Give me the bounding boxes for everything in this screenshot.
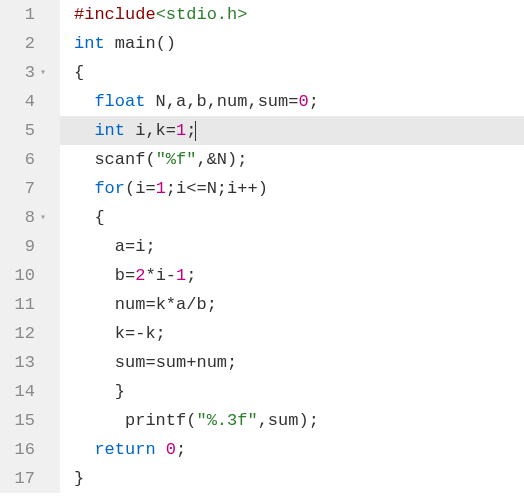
token: * xyxy=(145,266,155,285)
token: <= xyxy=(186,179,206,198)
line-number: 7 xyxy=(25,174,35,203)
fold-toggle-icon[interactable]: ▾ xyxy=(38,58,46,87)
line-number: 8 xyxy=(25,203,35,232)
token: + xyxy=(186,353,196,372)
token: k; xyxy=(145,324,165,343)
token: scanf xyxy=(94,150,145,169)
line-number: 2 xyxy=(25,29,35,58)
token: ;i xyxy=(166,179,186,198)
token: N;i xyxy=(207,179,238,198)
code-line[interactable]: 8▾ { xyxy=(0,203,524,232)
token: * xyxy=(166,295,176,314)
token: 0 xyxy=(166,440,176,459)
code-line[interactable]: 3▾{ xyxy=(0,58,524,87)
code-line[interactable]: 16 return 0; xyxy=(0,435,524,464)
token: ,sum); xyxy=(258,411,319,430)
token: ) xyxy=(258,179,268,198)
line-number: 6 xyxy=(25,145,35,174)
code-content[interactable]: return 0; xyxy=(60,435,524,464)
token: N,a,b,num,sum xyxy=(145,92,288,111)
code-content[interactable]: } xyxy=(60,377,524,406)
code-line[interactable]: 14 } xyxy=(0,377,524,406)
gutter: 3▾ xyxy=(0,58,60,87)
token: <stdio.h> xyxy=(156,5,248,24)
token: #include xyxy=(74,5,156,24)
code-line[interactable]: 15 printf("%.3f",sum); xyxy=(0,406,524,435)
gutter: 4 xyxy=(0,87,60,116)
token: return xyxy=(94,440,155,459)
token: printf xyxy=(125,411,186,430)
line-number: 16 xyxy=(15,435,35,464)
token: / xyxy=(186,295,196,314)
code-line[interactable]: 9 a=i; xyxy=(0,232,524,261)
token: ( xyxy=(145,150,155,169)
gutter: 7 xyxy=(0,174,60,203)
token: "%.3f" xyxy=(196,411,257,430)
code-content[interactable]: int main() xyxy=(60,29,524,58)
token: k xyxy=(156,295,166,314)
token: = xyxy=(125,266,135,285)
token: 2 xyxy=(135,266,145,285)
gutter: 6 xyxy=(0,145,60,174)
token: k xyxy=(115,324,125,343)
gutter: 16 xyxy=(0,435,60,464)
gutter: 10 xyxy=(0,261,60,290)
token: i,k xyxy=(125,121,166,140)
token: () xyxy=(156,34,176,53)
token: a xyxy=(176,295,186,314)
code-content[interactable]: b=2*i-1; xyxy=(60,261,524,290)
code-line[interactable]: 17} xyxy=(0,464,524,493)
code-content[interactable]: #include<stdio.h> xyxy=(60,0,524,29)
code-content[interactable]: float N,a,b,num,sum=0; xyxy=(60,87,524,116)
token: int xyxy=(94,121,125,140)
code-line[interactable]: 10 b=2*i-1; xyxy=(0,261,524,290)
code-content[interactable]: sum=sum+num; xyxy=(60,348,524,377)
line-number: 1 xyxy=(25,0,35,29)
token: sum xyxy=(156,353,187,372)
gutter: 12 xyxy=(0,319,60,348)
code-line[interactable]: 11 num=k*a/b; xyxy=(0,290,524,319)
token: int xyxy=(74,34,105,53)
code-content[interactable]: { xyxy=(60,58,524,87)
token: ; xyxy=(186,266,196,285)
code-line[interactable]: 12 k=-k; xyxy=(0,319,524,348)
code-line[interactable]: 4 float N,a,b,num,sum=0; xyxy=(0,87,524,116)
token: = xyxy=(145,353,155,372)
code-content[interactable]: scanf("%f",&N); xyxy=(60,145,524,174)
token: = xyxy=(125,237,135,256)
line-number: 13 xyxy=(15,348,35,377)
token: num; xyxy=(196,353,237,372)
fold-toggle-icon[interactable]: ▾ xyxy=(38,203,46,232)
gutter: 17 xyxy=(0,464,60,493)
token xyxy=(156,440,166,459)
code-content[interactable]: { xyxy=(60,203,524,232)
token: ; xyxy=(309,92,319,111)
code-content[interactable]: } xyxy=(60,464,524,493)
token: b xyxy=(115,266,125,285)
token: 1 xyxy=(176,121,186,140)
code-content[interactable]: a=i; xyxy=(60,232,524,261)
line-number: 4 xyxy=(25,87,35,116)
gutter: 2 xyxy=(0,29,60,58)
token: num xyxy=(115,295,146,314)
code-content[interactable]: for(i=1;i<=N;i++) xyxy=(60,174,524,203)
token: i xyxy=(156,266,166,285)
code-line[interactable]: 6 scanf("%f",&N); xyxy=(0,145,524,174)
code-line[interactable]: 13 sum=sum+num; xyxy=(0,348,524,377)
code-line[interactable]: 2int main() xyxy=(0,29,524,58)
code-content[interactable]: num=k*a/b; xyxy=(60,290,524,319)
token: ,&N); xyxy=(196,150,247,169)
line-number: 12 xyxy=(15,319,35,348)
gutter: 8▾ xyxy=(0,203,60,232)
gutter: 1 xyxy=(0,0,60,29)
code-content[interactable]: int i,k=1; xyxy=(60,116,524,145)
code-content[interactable]: k=-k; xyxy=(60,319,524,348)
token: - xyxy=(166,266,176,285)
code-line[interactable]: 7 for(i=1;i<=N;i++) xyxy=(0,174,524,203)
code-line[interactable]: 5 int i,k=1; xyxy=(0,116,524,145)
token: 0 xyxy=(298,92,308,111)
code-line[interactable]: 1#include<stdio.h> xyxy=(0,0,524,29)
code-content[interactable]: printf("%.3f",sum); xyxy=(60,406,524,435)
code-editor[interactable]: 1#include<stdio.h>2int main()3▾{4 float … xyxy=(0,0,524,493)
text-cursor xyxy=(195,121,196,141)
